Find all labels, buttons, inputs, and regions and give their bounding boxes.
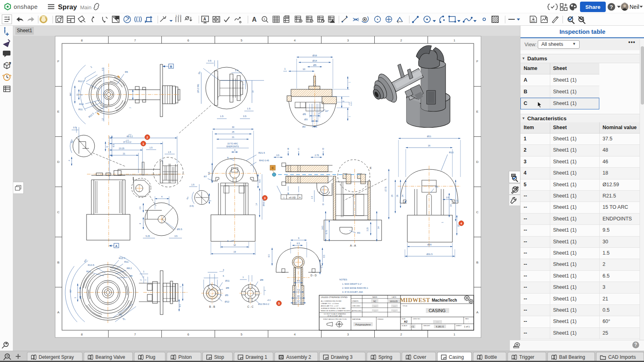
svg-text:(Ø12.59): (Ø12.59) [197, 84, 199, 93]
svg-text:24: 24 [401, 195, 404, 197]
svg-text:LINEAR TOL: ± 0.5mm: LINEAR TOL: ± 0.5mm [321, 302, 339, 304]
svg-text:1: 1 [242, 84, 244, 85]
svg-text:R10: R10 [86, 270, 91, 273]
svg-text:----: ---- [374, 310, 377, 312]
svg-text:8: 8 [81, 333, 83, 336]
svg-text:3.5: 3.5 [174, 235, 178, 237]
svg-text:10: 10 [76, 94, 78, 96]
svg-text:R14: R14 [79, 103, 84, 105]
svg-text:0.5: 0.5 [73, 126, 77, 129]
svg-text:Ø5: Ø5 [303, 113, 306, 115]
svg-text:SIZE: SIZE [402, 318, 406, 320]
svg-text:1: 1 [441, 222, 444, 223]
svg-text:0.5: 0.5 [208, 60, 212, 62]
svg-text:0.5: 0.5 [101, 68, 104, 71]
svg-text:(0.5): (0.5) [190, 205, 194, 207]
svg-text:C - C: C - C [247, 305, 253, 308]
svg-text:6.181 G: 6.181 G [436, 325, 444, 328]
svg-text:7: 7 [134, 333, 136, 336]
svg-text:Neil: Neil [630, 4, 639, 10]
svg-text:12: 12 [297, 300, 299, 302]
svg-text:4.5: 4.5 [297, 280, 300, 282]
svg-text:25: 25 [232, 131, 234, 133]
svg-text:Ø21: Ø21 [427, 135, 431, 138]
svg-text:B: B [476, 261, 478, 264]
svg-text:3. IF IN DOUBT, ASK: 3. IF IN DOUBT, ASK [342, 291, 363, 293]
svg-text:2. MAX EDGE RADII R0.1: 2. MAX EDGE RADII R0.1 [342, 287, 368, 289]
svg-text:3.5: 3.5 [446, 196, 449, 199]
svg-text:SCALE: SCALE [402, 325, 407, 327]
svg-text:A: A [227, 240, 229, 242]
svg-text:5.5: 5.5 [320, 265, 323, 268]
svg-text:A: A [203, 17, 206, 21]
svg-text:?: ? [610, 4, 613, 10]
svg-text:1: 1 [179, 286, 182, 287]
svg-text:Ø8: Ø8 [226, 287, 229, 289]
svg-text:B: B [57, 261, 59, 264]
svg-text:NAME: NAME [372, 296, 378, 298]
svg-text:Ø11: Ø11 [225, 280, 230, 282]
svg-text:6: 6 [187, 39, 189, 42]
svg-text:4: 4 [460, 222, 462, 225]
svg-text:C: C [272, 167, 274, 169]
svg-text:+0.0: +0.0 [126, 139, 129, 141]
svg-text:5: 5 [106, 146, 108, 147]
svg-text:(37.5): (37.5) [385, 187, 387, 191]
svg-text:5: 5 [241, 39, 243, 42]
svg-text:1: 1 [144, 279, 147, 280]
svg-text:MIDWEST: MIDWEST [400, 297, 430, 303]
svg-text:FINISH: FINISH [378, 318, 383, 320]
svg-text:3.5: 3.5 [243, 115, 247, 117]
svg-text:?: ? [9, 62, 11, 65]
svg-text:CHECKED: CHECKED [352, 305, 360, 307]
svg-text:A: A [115, 244, 118, 248]
svg-text:14: 14 [377, 226, 380, 229]
svg-text:8.5: 8.5 [112, 144, 115, 147]
svg-text:6-0.0: 6-0.0 [350, 102, 352, 106]
svg-text:1 of 1: 1 of 1 [464, 325, 470, 328]
svg-text:21: 21 [123, 152, 125, 155]
svg-text:C: C [298, 148, 300, 150]
svg-text:R13.5: R13.5 [88, 264, 95, 266]
svg-text:2.5: 2.5 [139, 206, 141, 209]
svg-text:7.5: 7.5 [297, 289, 300, 291]
svg-text:ENDPOINTS: ENDPOINTS [227, 145, 239, 148]
svg-text:7: 7 [129, 107, 132, 108]
svg-text:1: 1 [454, 333, 456, 336]
svg-text:RHO 0.45: RHO 0.45 [259, 159, 269, 162]
svg-text:E: E [476, 110, 478, 113]
svg-text:6: 6 [187, 333, 189, 336]
svg-text:R11: R11 [124, 261, 129, 263]
svg-text:DATE: DATE [392, 296, 396, 298]
svg-text:Ø2: Ø2 [302, 125, 306, 128]
svg-text:16: 16 [428, 144, 430, 147]
svg-text:Ø16: Ø16 [312, 54, 317, 57]
svg-text:UNLESS OTHERWISE STATED:: UNLESS OTHERWISE STATED: [321, 296, 348, 298]
svg-text:D: D [322, 148, 324, 150]
svg-text:3: 3 [223, 269, 224, 271]
svg-text:5: 5 [80, 94, 83, 95]
svg-text:10°: 10° [325, 110, 329, 112]
svg-text:APPROVED: APPROVED [352, 310, 361, 312]
svg-text:8.75: 8.75 [325, 230, 328, 234]
svg-text:----: ---- [436, 321, 439, 323]
svg-text:2: 2 [400, 333, 402, 336]
svg-text:19: 19 [233, 251, 236, 253]
svg-text:TITLE: TITLE [402, 305, 407, 307]
svg-text:21: 21 [232, 136, 234, 138]
svg-text:R12.7: R12.7 [78, 80, 85, 82]
svg-text:1.5: 1.5 [191, 183, 194, 186]
svg-text:R13: R13 [449, 151, 454, 154]
svg-text:D: D [57, 160, 60, 164]
svg-text:10: 10 [303, 68, 305, 70]
svg-text:R7: R7 [204, 175, 207, 178]
svg-text:60°: 60° [69, 289, 72, 292]
svg-text:D: D [476, 160, 479, 164]
svg-text:1.5: 1.5 [247, 107, 251, 110]
svg-text:1.5: 1.5 [220, 115, 224, 117]
svg-text:E: E [57, 110, 59, 113]
svg-text:2: 2 [147, 136, 148, 139]
svg-text:+0.1: +0.1 [267, 299, 271, 301]
svg-text:Spray: Spray [58, 3, 77, 11]
svg-text:5: 5 [278, 302, 280, 305]
